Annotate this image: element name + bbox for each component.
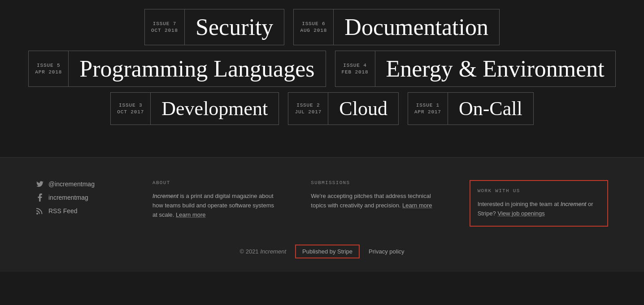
issue-title-2: Cloud — [328, 92, 399, 125]
footer-top: @incrementmag incrementmag — [36, 180, 608, 227]
issue-number-2: Issue 2 — [296, 103, 320, 108]
about-italic: Increment — [152, 193, 178, 199]
issue-title-4: Energy & Environment — [375, 51, 616, 87]
facebook-label: incrementmag — [48, 194, 88, 201]
issue-date-2: Jul 2017 — [295, 109, 322, 115]
issue-date-7: Oct 2018 — [151, 28, 178, 33]
issues-row-2: Issue 5 Apr 2018 Programming Languages I… — [28, 51, 615, 87]
work-increment-italic: Increment — [561, 201, 587, 207]
issue-title-3: Development — [151, 92, 279, 125]
issue-number-3: Issue 3 — [119, 103, 142, 108]
footer-social: @incrementmag incrementmag — [36, 180, 117, 227]
issue-title-1: On-Call — [448, 92, 534, 125]
issues-section: Issue 7 Oct 2018 Security Issue 6 Aug 20… — [0, 0, 644, 157]
twitter-icon — [36, 180, 44, 188]
submissions-learn-more-link[interactable]: Learn more — [402, 202, 432, 209]
issue-date-6: Aug 2018 — [300, 28, 327, 33]
svg-point-0 — [36, 213, 38, 215]
issue-title-6: Documentation — [334, 9, 500, 45]
published-by-stripe-link[interactable]: Published by Stripe — [295, 245, 360, 258]
issue-number-4: Issue 4 — [343, 63, 366, 68]
rss-label: RSS Feed — [48, 207, 78, 215]
issue-card-3[interactable]: Issue 3 Oct 2017 Development — [110, 92, 279, 125]
twitter-label: @incrementmag — [48, 180, 95, 188]
footer-submissions: Submissions We're accepting pitches that… — [311, 180, 433, 227]
about-title: About — [152, 180, 275, 185]
view-job-openings-link[interactable]: View job openings — [497, 210, 544, 217]
privacy-policy-link[interactable]: Privacy policy — [369, 248, 404, 255]
issue-date-1: Apr 2017 — [414, 109, 441, 115]
issue-card-2[interactable]: Issue 2 Jul 2017 Cloud — [288, 92, 399, 125]
submissions-text: We're accepting pitches that address tec… — [311, 192, 433, 210]
issue-date-4: Feb 2018 — [342, 69, 369, 75]
issue-number-7: Issue 7 — [153, 21, 176, 26]
issue-card-1[interactable]: Issue 1 Apr 2017 On-Call — [408, 92, 534, 125]
issue-card-4[interactable]: Issue 4 Feb 2018 Energy & Environment — [335, 51, 616, 87]
issue-meta-5: Issue 5 Apr 2018 — [28, 51, 69, 87]
issue-card-6[interactable]: Issue 6 Aug 2018 Documentation — [293, 9, 500, 45]
issue-meta-6: Issue 6 Aug 2018 — [293, 9, 334, 45]
issue-card-5[interactable]: Issue 5 Apr 2018 Programming Languages — [28, 51, 326, 87]
facebook-icon — [36, 193, 44, 202]
issues-row-3: Issue 3 Oct 2017 Development Issue 2 Jul… — [110, 92, 533, 125]
issue-number-5: Issue 5 — [37, 63, 60, 68]
issue-title-7: Security — [185, 9, 284, 45]
issue-number-1: Issue 1 — [416, 103, 439, 108]
social-twitter[interactable]: @incrementmag — [36, 180, 117, 188]
issue-meta-4: Issue 4 Feb 2018 — [335, 51, 375, 87]
issue-title-5: Programming Languages — [69, 51, 326, 87]
submissions-title: Submissions — [311, 180, 433, 185]
footer-about: About Increment is a print and digital m… — [152, 180, 275, 227]
footer: @incrementmag incrementmag — [0, 157, 644, 272]
issue-meta-7: Issue 7 Oct 2018 — [144, 9, 185, 45]
footer-work-with-us: Work With Us Interested in joining the t… — [470, 180, 608, 227]
issue-date-5: Apr 2018 — [35, 69, 62, 75]
social-facebook[interactable]: incrementmag — [36, 193, 117, 202]
about-text: Increment is a print and digital magazin… — [152, 192, 275, 219]
footer-bottom: © 2021 Increment Published by Stripe Pri… — [36, 245, 608, 258]
work-title: Work With Us — [478, 188, 600, 193]
issue-number-6: Issue 6 — [302, 21, 325, 26]
issue-meta-2: Issue 2 Jul 2017 — [288, 92, 328, 125]
about-learn-more-link[interactable]: Learn more — [176, 211, 205, 218]
work-text: Interested in joining the team at Increm… — [478, 200, 600, 219]
issue-meta-1: Issue 1 Apr 2017 — [408, 92, 448, 125]
social-rss[interactable]: RSS Feed — [36, 207, 117, 215]
issues-row-1: Issue 7 Oct 2018 Security Issue 6 Aug 20… — [144, 9, 500, 45]
issue-card-7[interactable]: Issue 7 Oct 2018 Security — [144, 9, 284, 45]
rss-icon — [36, 207, 44, 215]
copyright-text: © 2021 Increment — [239, 248, 286, 255]
issue-date-3: Oct 2017 — [117, 109, 144, 115]
issue-meta-3: Issue 3 Oct 2017 — [110, 92, 151, 125]
